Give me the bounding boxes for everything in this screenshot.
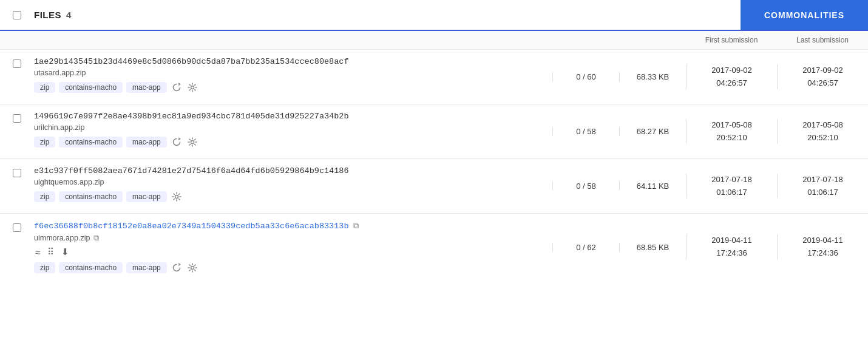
- table-row: 1ae29b1435451b23d4469e8c5d0866b90dc5da87…: [0, 50, 868, 104]
- svg-point-1: [191, 141, 194, 144]
- row-last-submission: 2019-04-1117:24:36: [777, 234, 868, 260]
- svg-point-0: [191, 86, 194, 89]
- table-row: e31c937f0ff5082aea7671d74281e27d75416f6a…: [0, 159, 868, 214]
- tag: zip: [34, 82, 55, 93]
- row-first-submission: 2017-05-0820:52:10: [686, 119, 777, 144]
- tag: contains-macho: [59, 137, 123, 148]
- tag: mac-app: [126, 137, 167, 148]
- files-tab: FILES 4: [34, 0, 84, 30]
- settings-icon-button[interactable]: [186, 137, 198, 147]
- svg-point-3: [191, 267, 194, 270]
- files-label: FILES: [34, 10, 61, 20]
- tag: mac-app: [126, 191, 167, 202]
- file-name: utasard.app.zip: [34, 69, 552, 77]
- row-score: 0 / 62: [552, 243, 619, 252]
- row-score: 0 / 58: [552, 127, 619, 136]
- row-checkbox-area: [0, 112, 34, 123]
- row-main-content: e31c937f0ff5082aea7671d74281e27d75416f6a…: [34, 166, 552, 202]
- main-container: FILES 4 COMMONALITIES First submission L…: [0, 0, 868, 340]
- tags-row: zipcontains-machomac-app: [34, 82, 552, 93]
- settings-icon-button[interactable]: [171, 192, 183, 202]
- file-hash: 1496619c7e997f2e8ae4398b91ec81a9ed934cbc…: [34, 112, 348, 121]
- refresh-icon-button[interactable]: [171, 83, 183, 92]
- row-score: 0 / 60: [552, 72, 619, 81]
- tag: contains-macho: [59, 191, 123, 202]
- header-checkbox-area: [0, 0, 34, 30]
- refresh-icon-button[interactable]: [171, 137, 183, 147]
- tag: zip: [34, 191, 55, 202]
- row-last-submission: 2017-07-1801:06:17: [777, 174, 868, 199]
- row-checkbox-area: [0, 221, 34, 232]
- tag: mac-app: [126, 82, 167, 93]
- row-last-submission: 2017-09-0204:26:57: [777, 64, 868, 90]
- row-size: 68.33 KB: [619, 72, 686, 81]
- action-icons-row: ≈⠿⬇: [34, 246, 552, 257]
- file-hash: 1ae29b1435451b23d4469e8c5d0866b90dc5da87…: [34, 57, 348, 66]
- row-size: 68.27 KB: [619, 127, 686, 136]
- settings-icon-button[interactable]: [186, 263, 198, 273]
- select-all-checkbox[interactable]: [13, 11, 21, 19]
- tag: contains-macho: [59, 82, 123, 93]
- files-count: 4: [66, 10, 72, 20]
- tag: mac-app: [126, 262, 167, 273]
- tag: contains-macho: [59, 262, 123, 273]
- row-main-content: 1ae29b1435451b23d4469e8c5d0866b90dc5da87…: [34, 57, 552, 93]
- grid-view-button[interactable]: ⠿: [46, 246, 55, 257]
- tag: zip: [34, 137, 55, 148]
- row-size: 68.85 KB: [619, 243, 686, 252]
- row-first-submission: 2017-09-0204:26:57: [686, 64, 777, 90]
- col-last-submission-header: Last submission: [777, 36, 868, 44]
- column-headers: First submission Last submission: [0, 31, 868, 50]
- row-score: 0 / 58: [552, 182, 619, 191]
- row-checkbox[interactable]: [13, 223, 21, 232]
- file-hash-link[interactable]: f6ec36688f0b8cf18152e0a8ea02e7349a150433…: [34, 222, 348, 231]
- header-row: FILES 4 COMMONALITIES: [0, 0, 868, 31]
- file-hash: e31c937f0ff5082aea7671d74281e27d75416f6a…: [34, 166, 348, 175]
- settings-icon-button[interactable]: [186, 83, 198, 92]
- file-name: urilchin.app.zip: [34, 123, 552, 132]
- tags-row: zipcontains-machomac-app: [34, 262, 552, 273]
- similar-files-button[interactable]: ≈: [34, 247, 41, 257]
- table-row: 1496619c7e997f2e8ae4398b91ec81a9ed934cbc…: [0, 104, 868, 159]
- row-last-submission: 2017-05-0820:52:10: [777, 119, 868, 144]
- copy-hash-button[interactable]: ⧉: [352, 221, 360, 231]
- row-main-content: f6ec36688f0b8cf18152e0a8ea02e7349a150433…: [34, 221, 552, 273]
- tag: zip: [34, 262, 55, 273]
- row-main-content: 1496619c7e997f2e8ae4398b91ec81a9ed934cbc…: [34, 112, 552, 148]
- file-list: 1ae29b1435451b23d4469e8c5d0866b90dc5da87…: [0, 50, 868, 280]
- col-first-submission-header: First submission: [686, 36, 777, 44]
- refresh-icon-button[interactable]: [171, 263, 183, 273]
- row-checkbox[interactable]: [13, 114, 21, 123]
- row-size: 64.11 KB: [619, 182, 686, 191]
- file-name: uimmora.app.zip⧉: [34, 233, 552, 243]
- table-row: f6ec36688f0b8cf18152e0a8ea02e7349a150433…: [0, 214, 868, 280]
- row-checkbox-area: [0, 166, 34, 177]
- download-button[interactable]: ⬇: [60, 246, 70, 257]
- row-checkbox[interactable]: [13, 169, 21, 177]
- copy-name-button[interactable]: ⧉: [92, 233, 100, 243]
- row-first-submission: 2019-04-1117:24:36: [686, 234, 777, 260]
- file-name: uightquemos.app.zip: [34, 178, 552, 186]
- row-checkbox[interactable]: [13, 59, 21, 68]
- tags-row: zipcontains-machomac-app: [34, 191, 552, 202]
- svg-point-2: [175, 195, 178, 199]
- commonalities-button[interactable]: COMMONALITIES: [741, 0, 868, 30]
- row-first-submission: 2017-07-1801:06:17: [686, 174, 777, 199]
- row-checkbox-area: [0, 57, 34, 68]
- tags-row: zipcontains-machomac-app: [34, 137, 552, 148]
